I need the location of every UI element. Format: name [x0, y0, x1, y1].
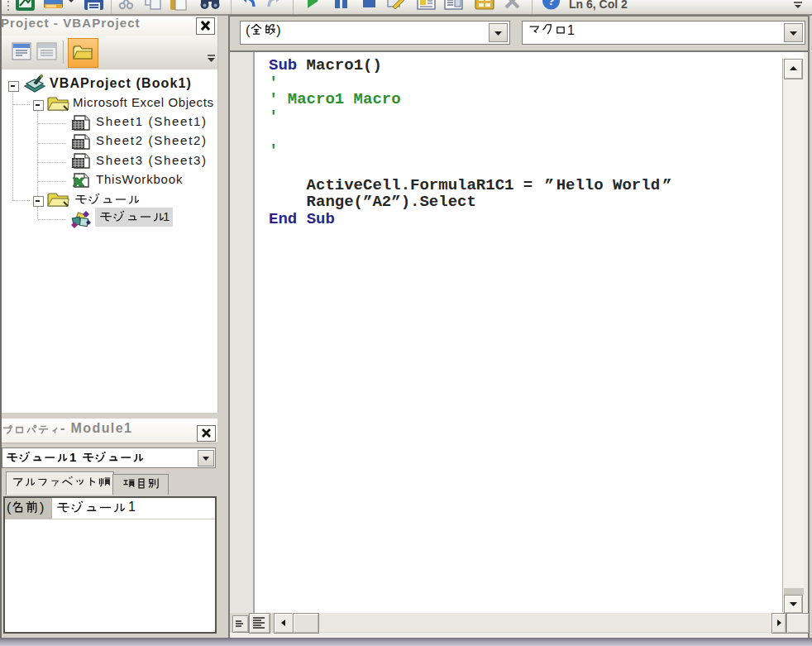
svg-text:?: ? [547, 0, 555, 7]
